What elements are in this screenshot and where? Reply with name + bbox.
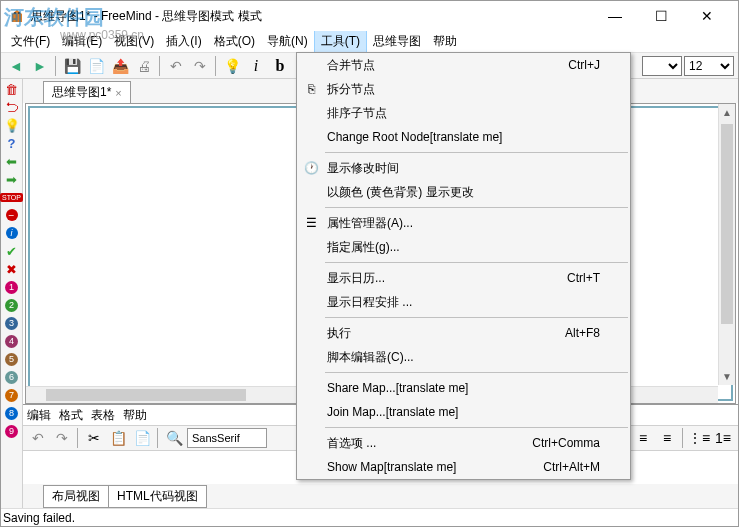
document-tab[interactable]: 思维导图1* × [43,81,131,103]
tb-next-icon[interactable]: ► [29,55,51,77]
separator [159,56,161,76]
menu-item[interactable]: 以颜色 (黄色背景) 显示更改 [297,180,630,204]
priority-3-icon[interactable]: 3 [4,315,20,331]
bp-cut-icon[interactable]: ✂ [83,427,105,449]
menu-item[interactable]: 执行Alt+F8 [297,321,630,345]
forward-icon[interactable]: ➡ [4,171,20,187]
menu-tools[interactable]: 工具(T) [314,30,367,53]
check-icon[interactable]: ✔ [4,243,20,259]
menu-item[interactable]: Show Map[translate me]Ctrl+Alt+M [297,455,630,479]
scroll-thumb-v[interactable] [721,124,733,324]
menu-mindmap[interactable]: 思维导图 [367,31,427,52]
menu-item[interactable]: ☰属性管理器(A)... [297,211,630,235]
bulb-icon[interactable]: 💡 [4,117,20,133]
menu-item[interactable]: 合并节点Ctrl+J [297,53,630,77]
bp-copy-icon[interactable]: 📋 [107,427,129,449]
cross-icon[interactable]: ✖ [4,261,20,277]
tb-undo-icon[interactable]: ↶ [165,55,187,77]
menu-item-icon: ☰ [303,215,319,231]
tab-html-view[interactable]: HTML代码视图 [108,485,207,508]
back2-icon[interactable]: ⬅ [4,153,20,169]
bp-undo-icon[interactable]: ↶ [27,427,49,449]
delete-icon[interactable]: 🗑 [4,81,20,97]
bp-list-ol-icon[interactable]: 1≡ [712,427,734,449]
bp-menu-help[interactable]: 帮助 [123,407,147,424]
priority-1-icon[interactable]: 1 [4,279,20,295]
window-title: 思维导图1* - FreeMind - 思维导图模式 模式 [31,8,592,25]
app-icon [9,8,25,24]
menu-file[interactable]: 文件(F) [5,31,56,52]
status-text: Saving failed. [3,511,75,525]
menu-item-label: 指定属性(g)... [327,239,400,256]
minus-icon[interactable]: − [4,207,20,223]
tb-italic-button[interactable]: i [245,55,267,77]
menu-item[interactable]: 首选项 ...Ctrl+Comma [297,431,630,455]
tb-print-icon[interactable]: 🖨 [133,55,155,77]
priority-7-icon[interactable]: 7 [4,387,20,403]
watermark-url: www.pc0359.cn [60,28,144,42]
menu-item-shortcut: Ctrl+T [567,271,600,285]
menu-format[interactable]: 格式(O) [208,31,261,52]
menu-item[interactable]: Change Root Node[translate me] [297,125,630,149]
bp-menu-format[interactable]: 格式 [59,407,83,424]
tb-save-icon[interactable]: 💾 [61,55,83,77]
tb-saveas-icon[interactable]: 📄 [85,55,107,77]
minimize-button[interactable]: — [592,1,638,31]
tab-label: 思维导图1* [52,84,111,101]
priority-2-icon[interactable]: 2 [4,297,20,313]
menu-insert[interactable]: 插入(I) [160,31,207,52]
font-size-select[interactable]: 12 [684,56,734,76]
tb-select1[interactable] [642,56,682,76]
menu-help[interactable]: 帮助 [427,31,463,52]
menu-item[interactable]: ⎘拆分节点 [297,77,630,101]
separator [682,428,684,448]
separator [55,56,57,76]
menu-item[interactable]: 显示日程安排 ... [297,290,630,314]
stop-icon[interactable]: STOP [4,189,20,205]
menu-item[interactable]: 🕐显示修改时间 [297,156,630,180]
info-icon[interactable]: i [4,225,20,241]
help-icon[interactable]: ? [4,135,20,151]
menu-item[interactable]: 脚本编辑器(C)... [297,345,630,369]
bp-paste-icon[interactable]: 📄 [131,427,153,449]
icon-sidebar: 🗑 ⮌ 💡 ? ⬅ ➡ STOP − i ✔ ✖ 1 2 3 4 5 6 7 8… [1,79,23,508]
bp-align-center-icon[interactable]: ≡ [656,427,678,449]
tab-close-icon[interactable]: × [115,87,121,99]
menu-item[interactable]: 指定属性(g)... [297,235,630,259]
close-button[interactable]: ✕ [684,1,730,31]
menu-item-label: 显示日历... [327,270,385,287]
menu-item[interactable]: 显示日历...Ctrl+T [297,266,630,290]
menu-item-label: Show Map[translate me] [327,460,456,474]
tb-export-icon[interactable]: 📤 [109,55,131,77]
menu-item-label: 排序子节点 [327,105,387,122]
priority-8-icon[interactable]: 8 [4,405,20,421]
menu-item-shortcut: Alt+F8 [565,326,600,340]
back-icon[interactable]: ⮌ [4,99,20,115]
bp-font-select[interactable]: SansSerif [187,428,267,448]
scroll-up-icon[interactable]: ▲ [719,104,735,121]
maximize-button[interactable]: ☐ [638,1,684,31]
bp-redo-icon[interactable]: ↷ [51,427,73,449]
tb-bold-button[interactable]: b [269,55,291,77]
priority-6-icon[interactable]: 6 [4,369,20,385]
separator [215,56,217,76]
tab-layout-view[interactable]: 布局视图 [43,485,109,508]
priority-5-icon[interactable]: 5 [4,351,20,367]
bp-list-ul-icon[interactable]: ⋮≡ [688,427,710,449]
bp-align-left-icon[interactable]: ≡ [632,427,654,449]
scroll-down-icon[interactable]: ▼ [719,368,735,385]
priority-9-icon[interactable]: 9 [4,423,20,439]
bp-menu-edit[interactable]: 编辑 [27,407,51,424]
menu-item[interactable]: Join Map...[translate me] [297,400,630,424]
tb-prev-icon[interactable]: ◄ [5,55,27,77]
scroll-thumb-h[interactable] [46,389,246,401]
bp-find-icon[interactable]: 🔍 [163,427,185,449]
menu-navigate[interactable]: 导航(N) [261,31,314,52]
tb-bulb-icon[interactable]: 💡 [221,55,243,77]
bp-menu-table[interactable]: 表格 [91,407,115,424]
menu-item[interactable]: 排序子节点 [297,101,630,125]
menu-item[interactable]: Share Map...[translate me] [297,376,630,400]
priority-4-icon[interactable]: 4 [4,333,20,349]
tb-redo-icon[interactable]: ↷ [189,55,211,77]
vertical-scrollbar[interactable]: ▲ ▼ [718,104,735,385]
